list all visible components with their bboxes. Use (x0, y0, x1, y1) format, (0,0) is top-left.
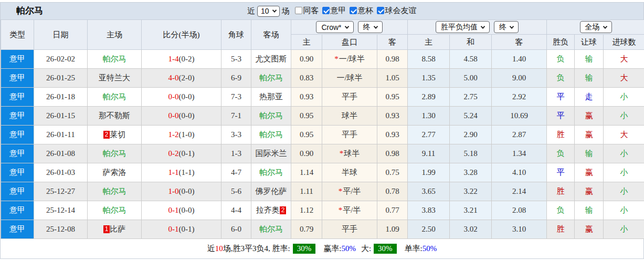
score-cell: 0-1(0-0) (142, 201, 221, 220)
big-label: 大: (361, 244, 371, 254)
league-cell: 意甲 (1, 144, 34, 163)
goals-cell: 大 (604, 50, 644, 69)
red-card-badge: 1 (103, 225, 110, 233)
handicap-cell: 半球 (322, 163, 377, 182)
corner-cell: 7-1 (221, 107, 251, 126)
result-cell: 负 (547, 201, 575, 220)
filter-checkbox-group: 同客意甲意杯球会友谊 (292, 6, 417, 17)
filter-bar: 近 10 场 同客意甲意杯球会友谊 (247, 3, 417, 19)
team-name: 热那亚 (259, 92, 283, 101)
avg-home-cell: 2.89 (408, 88, 450, 107)
avg-odds-select[interactable]: 胜平负均值 (436, 21, 490, 33)
sub-col-avg-away: 客 (492, 35, 547, 50)
half-time-score: (2-0) (179, 74, 195, 82)
handicap-result-cell: 输 (575, 50, 604, 69)
result-cell: 负 (547, 144, 575, 163)
full-time-score: 0-0 (168, 111, 179, 120)
avg-home-cell: 1.30 (408, 107, 450, 126)
checked-checkbox-icon[interactable] (322, 7, 330, 14)
date-cell: 26-01-25 (34, 69, 88, 88)
team-name: 萨索洛 (103, 168, 126, 176)
result-group-header: 全场 (547, 20, 644, 35)
team-name: 拉齐奥 (256, 206, 280, 214)
avg-draw-cell: 2.75 (450, 88, 492, 107)
league-cell: 意甲 (1, 50, 34, 69)
filter-checkbox[interactable]: 意甲 (322, 6, 346, 16)
date-cell: 26-01-18 (34, 88, 88, 107)
half-time-score: (0-1) (179, 149, 195, 158)
date-cell: 25-12-08 (34, 220, 88, 239)
recent-count-select[interactable]: 10 (257, 6, 280, 17)
handicap-cell: *一/球半 (322, 50, 377, 69)
avg-group-header: 胜平负均值 终 (408, 20, 547, 35)
goals-cell: 小 (604, 201, 644, 220)
team-name: 佛罗伦萨 (256, 187, 287, 195)
league-cell: 意甲 (1, 163, 34, 182)
match-period-select[interactable]: 全场 (580, 21, 612, 33)
corner-cell: 5-3 (221, 50, 251, 69)
match-row: 意甲26-01-18帕尔马0-0(0-0)7-3热那亚0.93平手0.952.8… (1, 88, 644, 107)
match-row: 意甲26-01-03萨索洛1-1(1-1)4-7帕尔马1.14半球0.751.9… (1, 163, 644, 182)
matches-table: 类型 日期 主场 比分(半场) 角球 客场 Crow* 终 (1, 19, 644, 239)
home-team-cell: 那不勒斯 (88, 107, 142, 126)
match-row: 意甲25-12-14帕尔马0-1(0-0)4-4拉齐奥21.12*平/半0.77… (1, 201, 644, 220)
avg-home-cell: 9.11 (408, 144, 450, 163)
away-team-cell: 国际米兰 (251, 144, 291, 163)
match-row: 意甲25-12-27帕尔马1-0(0-0)5-6佛罗伦萨1.11*平/半0.78… (1, 182, 644, 201)
filter-checkbox-label: 意甲 (331, 6, 346, 16)
checked-checkbox-icon[interactable] (350, 7, 357, 14)
home-team-cell: 帕尔马 (88, 182, 142, 201)
away-team-cell: 热那亚 (251, 88, 291, 107)
avg-away-cell: 10.69 (492, 107, 547, 126)
goals-cell: 小 (604, 220, 644, 239)
sub-col-avg-draw: 和 (450, 35, 492, 50)
avg-away-cell: 1.40 (492, 50, 547, 69)
score-cell: 0-1(0-1) (142, 220, 221, 239)
checked-checkbox-icon[interactable] (377, 7, 384, 14)
filter-checkbox[interactable]: 意杯 (350, 6, 374, 16)
odds-stage-select[interactable]: 终 (358, 21, 383, 33)
col-header-score: 比分(半场) (142, 20, 221, 50)
home-team-cell: 1比萨 (88, 220, 142, 239)
team-name: 帕尔马 (103, 149, 126, 158)
match-row: 意甲25-12-081比萨0-1(0-1)6-0帕尔马0.79平手1.092.5… (1, 220, 644, 239)
summary-count: 10 (215, 244, 223, 253)
score-cell: 0-0(0-0) (142, 107, 221, 126)
col-header-away: 客场 (251, 20, 291, 50)
team-name: 帕尔马 (103, 187, 126, 195)
team-name: 帕尔马 (259, 225, 283, 233)
filter-checkbox[interactable]: 球会友谊 (377, 6, 417, 16)
handicap-result-cell: 走 (575, 88, 604, 107)
match-row: 意甲26-01-112莱切1-2(1-0)3-3帕尔马0.95平手0.932.7… (1, 126, 644, 144)
chevron-down-icon (603, 24, 607, 28)
odds-away-cell: 0.78 (377, 182, 408, 201)
unchecked-checkbox-icon[interactable] (295, 7, 302, 14)
avg-home-cell: 3.65 (408, 182, 450, 201)
odds-away-cell: 0.75 (377, 163, 408, 182)
odds-away-cell: 0.93 (377, 107, 408, 126)
bookmaker-select[interactable]: Crow* (316, 21, 353, 33)
away-team-cell: 帕尔马 (251, 220, 291, 239)
result-cell: 平 (547, 88, 575, 107)
full-time-score: 0-1 (168, 206, 179, 214)
win-rate-badge: 30% (293, 244, 316, 254)
filter-checkbox[interactable]: 同客 (295, 6, 319, 16)
result-cell: 平 (547, 163, 575, 182)
away-team-cell: 帕尔马 (251, 163, 291, 182)
date-cell: 26-02-02 (34, 50, 88, 69)
chevron-down-icon (510, 24, 514, 28)
avg-stage-select-value: 终 (499, 23, 506, 32)
odds-home-cell: 0.93 (291, 88, 322, 107)
avg-stage-select[interactable]: 终 (494, 21, 519, 33)
red-card-badge: 2 (103, 131, 110, 139)
chevron-down-icon (344, 24, 349, 28)
handicap-rate-value: 50% (341, 244, 356, 253)
odds-away-cell: 0.77 (377, 201, 408, 220)
corner-cell: 7-3 (221, 88, 251, 107)
full-time-score: 1-2 (168, 130, 179, 139)
goals-cell: 小 (604, 88, 644, 107)
score-cell: 1-4(0-2) (142, 50, 221, 69)
handicap-result-cell: 赢 (575, 107, 604, 126)
team-name: 比萨 (110, 225, 125, 233)
score-cell: 1-0(0-0) (142, 182, 221, 201)
